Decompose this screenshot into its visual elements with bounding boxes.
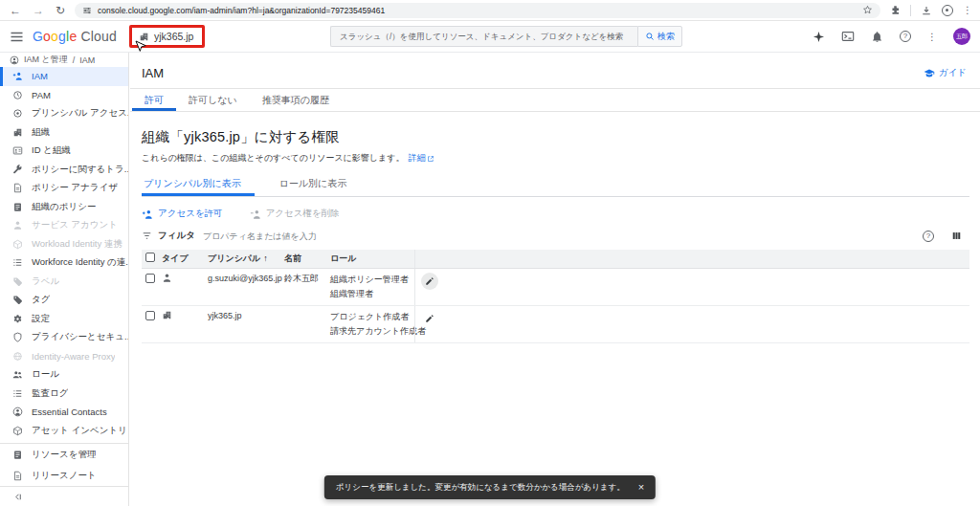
audit-list-icon [12,388,23,399]
sidebar-item-tags[interactable]: タグ [0,291,128,310]
sidebar-item-workforce-identity[interactable]: Workforce Identity の連... [0,253,128,273]
tab-allow[interactable]: 許可 [132,89,176,111]
table-row: yjk365.jp プロジェクト作成者 請求先アカウント作成者 [142,306,969,343]
hamburger-menu-icon[interactable] [10,30,24,44]
search-button[interactable]: 検索 [637,26,682,47]
sidebar-item-manage-resources[interactable]: リソースを管理 [0,444,128,465]
sidebar-item-asset-inventory[interactable]: アセット インベントリ [0,422,128,441]
row-checkbox[interactable] [145,311,155,320]
filter-input[interactable] [203,231,923,241]
address-bar[interactable]: console.cloud.google.com/iam-admin/iam?h… [75,3,880,18]
tab-deny[interactable]: 許可しない [176,89,250,111]
google-cloud-logo[interactable]: Google Cloud [33,29,117,44]
browser-menu-icon[interactable]: ⋮ [963,5,972,15]
sidebar-item-labels: ラベル [0,273,128,292]
sidebar-item-org-policies[interactable]: 組織のポリシー [0,198,128,217]
sidebar-footer: リソースを管理 リリースノート [0,443,128,506]
sidebar-item-roles[interactable]: ロール [0,365,128,385]
help-icon[interactable]: ? [900,31,911,42]
view-tab-by-role[interactable]: ロール別に表示 [278,177,361,196]
role-value: 組織管理者 [330,287,411,301]
breadcrumb-separator: / [73,55,76,65]
sidebar-item-essential-contacts[interactable]: Essential Contacts [0,403,128,422]
select-all-checkbox[interactable] [145,253,155,262]
external-link-icon [427,155,434,163]
document-icon [12,183,23,193]
browser-forward-button[interactable]: → [33,5,44,16]
organization-name: yjk365.jp [154,31,193,42]
view-tabs: プリンシパル別に表示 ロール別に表示 [142,177,969,197]
breadcrumb-product[interactable]: IAM と管理 [24,54,68,66]
tab-recommendation-history[interactable]: 推奨事項の履歴 [250,89,342,111]
sidebar-item-id-and-org[interactable]: ID と組織 [0,142,128,161]
breadcrumb-page: IAM [79,55,95,65]
person-remove-icon [250,209,261,220]
console-more-icon[interactable]: ⋮ [927,32,937,42]
account-avatar[interactable]: 五郎 [953,28,970,45]
sidebar-item-privacy-security[interactable]: プライバシーとセキュ... [0,328,128,347]
extensions-puzzle-icon[interactable] [890,5,901,15]
sidebar-item-service-accounts: サービス アカウント [0,216,128,235]
browser-back-button[interactable]: ← [10,5,21,16]
permission-tabs: 許可 許可しない 推奨事項の履歴 [130,89,980,112]
view-tab-by-principal[interactable]: プリンシパル別に表示 [142,177,255,196]
filter-bar: フィルタ ? [142,230,969,242]
column-header-role: ロール [330,250,414,268]
mouse-cursor [135,40,146,53]
details-link[interactable]: 詳細 [408,152,434,165]
sidebar-nav-list: IAM PAM プリンシパル アクセス... 組織 ID と組織 ポリシーに関す… [0,67,128,447]
browser-profile-icon[interactable] [942,5,953,16]
principals-table: タイプ プリンシパル↑ 名前 ロール g.suzuki@yjk365.jp 鈴木… [142,250,969,343]
sort-ascending-icon: ↑ [263,253,268,263]
list-icon [12,257,23,268]
grant-access-button[interactable]: アクセスを許可 [142,208,223,220]
role-value: 請求先アカウント作成者 [330,324,411,339]
edit-principal-button[interactable] [421,273,438,290]
sidebar-item-settings[interactable]: 設定 [0,310,128,329]
sidebar-collapse-button[interactable] [0,486,128,506]
cloud-console-header: Google Cloud yjk365.jp 検索 ? ⋮ 五郎 [0,21,980,53]
sidebar-item-policy-analyzer[interactable]: ポリシー アナライザ [0,179,128,198]
search-input[interactable] [330,26,637,47]
page-title: IAM [142,66,164,80]
sidebar-item-principal-access[interactable]: プリンシパル アクセス... [0,104,128,123]
sidebar-item-release-notes[interactable]: リリースノート [0,465,128,486]
target-icon [12,108,23,119]
policy-document-icon [12,202,23,212]
sidebar-item-policy-troubleshooter[interactable]: ポリシーに関するトラ... [0,161,128,180]
guide-link[interactable]: ガイド [924,67,967,79]
clock-shield-icon [12,90,23,100]
downloads-icon[interactable] [921,5,932,16]
browser-reload-button[interactable]: ↻ [56,5,65,16]
toolbar-divider [910,5,911,16]
table-header-row: タイプ プリンシパル↑ 名前 ロール [142,250,969,269]
filter-funnel-icon [142,231,152,241]
page-url: console.cloud.google.com/iam-admin/iam?h… [98,6,857,15]
iam-admin-product-icon [10,55,19,65]
sidebar-item-audit-logs[interactable]: 監査ログ [0,385,128,404]
edit-principal-button[interactable] [421,310,438,327]
column-display-icon[interactable] [951,231,962,241]
bookmark-star-icon[interactable] [862,5,873,15]
name-value: 鈴木五郎 [284,269,330,305]
principal-value: yjk365.jp [208,306,284,342]
toast-close-icon[interactable]: × [638,482,644,493]
column-header-principal[interactable]: プリンシパル↑ [208,250,284,268]
graduation-cap-icon [924,68,935,79]
sidebar-item-pam[interactable]: PAM [0,86,128,105]
workload-box-icon [12,239,23,250]
gear-icon [12,314,23,324]
gemini-sparkle-icon[interactable] [813,31,825,43]
site-settings-tune-icon[interactable] [82,6,92,15]
row-checkbox[interactable] [145,274,155,283]
column-header-type: タイプ [162,250,208,268]
filter-help-icon[interactable]: ? [923,231,934,242]
release-notes-icon [12,471,23,481]
tag-icon [12,295,23,305]
sidebar-item-iam[interactable]: IAM [0,67,128,86]
cloud-shell-icon[interactable] [841,30,855,43]
navigation-drawer: IAM と管理 / IAM IAM PAM プリンシパル アクセス... 組織 … [0,53,129,506]
inventory-box-icon [12,426,23,436]
sidebar-item-organization[interactable]: 組織 [0,123,128,143]
notifications-bell-icon[interactable] [871,31,883,43]
